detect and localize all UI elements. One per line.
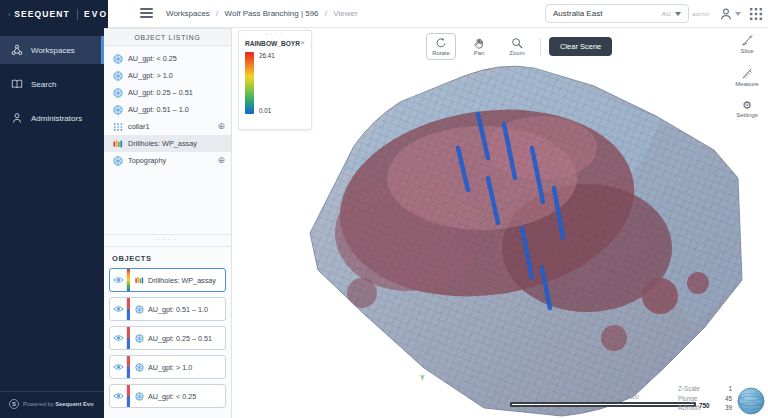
scale-tick-label: 500 [630, 394, 639, 400]
clear-scene-button[interactable]: Clear Scene [549, 37, 612, 56]
user-menu-button[interactable] [719, 7, 741, 21]
object-listing-item-collar1[interactable]: collar1 ⊕ [104, 118, 231, 135]
rotate-icon [435, 37, 447, 49]
eye-icon [113, 392, 124, 400]
close-icon[interactable]: × [300, 39, 305, 47]
legend-min-value: 0.01 [259, 107, 271, 114]
objects-panel: OBJECTS Drillholes: WP_a [104, 246, 231, 418]
apps-grid-button[interactable] [750, 8, 762, 20]
top-bar: SEEQUENT EVO Workspaces / Wolf Pass Bran… [0, 0, 768, 28]
breadcrumb: Workspaces / Wolf Pass Branching | 596 /… [166, 9, 358, 18]
scene-object-card[interactable]: AU_gpt: 0.25 – 0.51 [109, 326, 226, 350]
scene-object-card[interactable]: AU_gpt: > 1.0 [109, 355, 226, 379]
magnifier-icon [511, 37, 523, 49]
add-to-scene-button[interactable]: ⊕ [217, 122, 225, 131]
mesh-object-icon [113, 88, 123, 98]
eye-icon [113, 276, 124, 284]
brand-name: SEEQUENT [14, 9, 70, 19]
viewer-side-tools: Slice Measure ⚙ Settings [730, 34, 764, 118]
drillhole-bars-icon [113, 139, 123, 149]
scene-object-card[interactable]: AU_gpt: 0.51 – 1.0 [109, 297, 226, 321]
breadcrumb-workspace-name[interactable]: Wolf Pass Branching | 596 [225, 9, 319, 18]
object-listing-item[interactable]: AU_gpt: < 0.25 [104, 50, 231, 67]
object-listing-item-topography[interactable]: Topography ⊕ [104, 152, 231, 169]
visibility-toggle[interactable] [110, 298, 127, 320]
mesh-object-icon [135, 305, 144, 314]
visibility-toggle[interactable] [110, 269, 127, 291]
mesh-object-icon [113, 105, 123, 115]
legend-gradient-bar [245, 52, 254, 114]
orientation-globe[interactable] [737, 387, 765, 415]
mesh-object-icon [113, 156, 123, 166]
readout-row: Azimuth 39 [678, 404, 732, 411]
region-code: AU [662, 11, 671, 17]
mesh-object-icon [135, 392, 144, 401]
scale-bar-rule [510, 402, 696, 407]
viewer-toolbar: Rotate Pan Zoom Clear Scene [426, 33, 612, 60]
legend-max-value: 26.41 [259, 52, 275, 59]
product-name: EVO [84, 9, 108, 19]
chevron-down-icon [735, 12, 741, 16]
workspaces-icon [11, 44, 23, 56]
region-value: Australia East [553, 9, 662, 18]
sidebar-item-search[interactable]: Search [0, 70, 104, 98]
slice-knife-icon [741, 34, 754, 47]
mesh-object-icon [135, 334, 144, 343]
pan-hand-icon [473, 37, 485, 49]
add-to-scene-button[interactable]: ⊕ [217, 156, 225, 165]
scale-tick-label: 250 [568, 394, 577, 400]
objects-panel-title: OBJECTS [112, 254, 226, 263]
sidebar-item-label: Workspaces [31, 46, 75, 55]
brand-logo[interactable]: SEEQUENT EVO [0, 0, 108, 28]
eye-icon [113, 363, 124, 371]
chevron-down-icon [675, 12, 681, 16]
user-area: admin [692, 0, 762, 28]
visibility-toggle[interactable] [110, 356, 127, 378]
panel-resize-handle[interactable]: ···· [104, 234, 231, 246]
object-listing-header: OBJECT LISTING [104, 28, 231, 46]
eye-icon [113, 305, 124, 313]
scale-bar: 0 250 500 750 [510, 394, 706, 407]
pan-tool-button[interactable]: Pan [464, 33, 494, 60]
object-listing-list: AU_gpt: < 0.25 AU_gpt: > 1.0 AU_gpt: 0.2… [104, 46, 231, 169]
sidebar-item-workspaces[interactable]: Workspaces [0, 36, 104, 64]
scene-object-card[interactable]: AU_gpt: < 0.25 [109, 384, 226, 408]
object-listing-item[interactable]: AU_gpt: 0.51 – 1.0 [104, 101, 231, 118]
sidebar-footer: S Powered by Seequent Evo [0, 391, 104, 418]
object-listing-item-drillholes[interactable]: Drillholes: WP_assay [104, 135, 231, 152]
gear-icon: ⚙ [742, 100, 752, 111]
powered-by-label: Powered by Seequent Evo [23, 401, 94, 407]
region-select[interactable]: Australia East AU [545, 4, 689, 23]
breadcrumb-workspaces[interactable]: Workspaces [166, 9, 210, 18]
scene-object-card-drillholes[interactable]: Drillholes: WP_assay [109, 268, 226, 292]
rotate-tool-button[interactable]: Rotate [426, 33, 456, 60]
object-listing-item[interactable]: AU_gpt: 0.25 – 0.51 [104, 84, 231, 101]
eye-icon [113, 334, 124, 342]
visibility-toggle[interactable] [110, 385, 127, 407]
apps-grid-icon [750, 8, 762, 20]
person-icon [719, 7, 733, 21]
drillhole-bars-icon [135, 276, 144, 285]
readout-row: Plunge 45 [678, 395, 732, 402]
measure-tool-button[interactable]: Measure [730, 67, 764, 87]
mesh-object-icon [113, 71, 123, 81]
toolbar-separator [540, 38, 541, 56]
sidebar-item-administrators[interactable]: Administrators [0, 104, 104, 132]
scene-3d[interactable] [232, 28, 768, 418]
settings-tool-button[interactable]: ⚙ Settings [730, 100, 764, 118]
slice-tool-button[interactable]: Slice [730, 34, 764, 54]
user-name-label: admin [692, 11, 710, 17]
visibility-toggle[interactable] [110, 327, 127, 349]
object-listing-item[interactable]: AU_gpt: > 1.0 [104, 67, 231, 84]
search-map-icon [11, 78, 23, 90]
readout-row: Z-Scale 1 [678, 385, 732, 392]
breadcrumb-viewer: Viewer [333, 9, 357, 18]
mesh-object-icon [135, 363, 144, 372]
sidebar-item-label: Administrators [31, 114, 82, 123]
seequent-mini-logo: S [9, 399, 19, 409]
zoom-tool-button[interactable]: Zoom [502, 33, 532, 60]
legend-title: RAINBOW_BOYR [245, 40, 300, 47]
legend-panel[interactable]: ···· RAINBOW_BOYR × 26.41 0.01 [238, 30, 312, 130]
main-sidebar: Workspaces Search Administrators S Power… [0, 28, 104, 418]
menu-icon[interactable] [140, 8, 153, 19]
